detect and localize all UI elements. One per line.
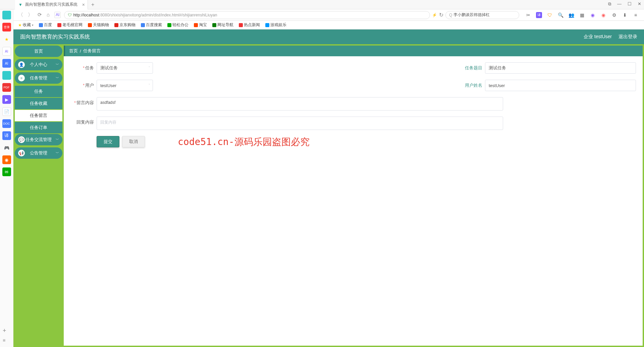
- browser-tab[interactable]: ▼ 面向智慧教育的实习实践系统 ×: [15, 0, 88, 9]
- browser-titlebar: ▼ 面向智慧教育的实习实践系统 × + ⧉ — ☐ ✕: [0, 0, 644, 9]
- address-bar[interactable]: 🛡 http://localhost:8080/shixishijianxito…: [64, 11, 430, 19]
- rail-icon[interactable]: 🎮: [2, 143, 11, 152]
- bookmark-item[interactable]: 游戏娱乐: [265, 22, 286, 28]
- task-select[interactable]: 测试任务ˇ: [97, 62, 153, 74]
- reply-label: 回复内容: [70, 117, 94, 125]
- form: *任务 测试任务ˇ 任务题目 测试任务 *用户 testUserˇ 用户姓名: [64, 56, 643, 153]
- shield-icon[interactable]: 🛡: [547, 12, 553, 18]
- chevron-down-icon: ﹀: [56, 62, 59, 67]
- app-header: 面向智慧教育的实习实践系统 企业 testUser 退出登录: [13, 29, 644, 44]
- msg-textarea[interactable]: asdfadsf: [97, 97, 503, 111]
- bookmark-item[interactable]: 淘宝: [194, 22, 207, 28]
- sidebar-item-task-msg[interactable]: 任务留言: [15, 110, 62, 121]
- zoom-icon[interactable]: 🔍: [557, 12, 564, 18]
- sidebar-item-task-fav[interactable]: 任务收藏: [15, 98, 62, 109]
- sidebar-item-task-order[interactable]: 任务订单: [15, 122, 62, 133]
- sidebar-item-task[interactable]: 任务: [15, 86, 62, 97]
- chat-icon: 💬: [18, 136, 25, 143]
- bookmark-fav[interactable]: ★收藏▾: [18, 22, 34, 28]
- rail-icon[interactable]: AI: [2, 59, 11, 68]
- bookmark-item[interactable]: 热点新闻: [239, 22, 260, 28]
- rail-icon[interactable]: [2, 71, 11, 80]
- rail-icon[interactable]: DOC: [2, 119, 11, 128]
- sidebar-item-home[interactable]: 首页: [15, 46, 62, 57]
- bottom-rail: + ≡: [3, 327, 6, 343]
- rail-icon[interactable]: ★: [2, 35, 11, 44]
- download-icon[interactable]: ⬇: [622, 12, 628, 18]
- circle2-icon[interactable]: ◉: [600, 12, 606, 18]
- add-icon[interactable]: +: [3, 327, 6, 334]
- back-button[interactable]: 〈: [18, 12, 23, 18]
- msg-label: *留言内容: [70, 97, 94, 106]
- window-controls: ⧉ — ☐ ✕: [608, 1, 641, 7]
- user-name-input[interactable]: testUser: [485, 80, 636, 91]
- lock-icon: 🛡: [68, 13, 72, 17]
- bookmark-item[interactable]: 天猫购物: [88, 22, 109, 28]
- grid-icon[interactable]: ▦: [579, 12, 585, 18]
- rail-icon[interactable]: ✉: [2, 167, 11, 176]
- bookmark-item[interactable]: 京东购物: [114, 22, 136, 28]
- bookmark-item[interactable]: 老毛桃官网: [57, 22, 83, 28]
- rail-icon[interactable]: ◉: [2, 155, 11, 164]
- user-select[interactable]: testUserˇ: [97, 80, 153, 91]
- forward-button[interactable]: 〉: [28, 12, 33, 18]
- submit-button[interactable]: 提交: [97, 136, 119, 147]
- circle1-icon[interactable]: ◉: [590, 12, 596, 18]
- user-label: *用户: [70, 82, 94, 88]
- bookmarks-bar: ★收藏▾ 百度 老毛桃官网 天猫购物 京东购物 百度搜索 轻松办公 淘宝 网址导…: [0, 21, 644, 29]
- bookmark-item[interactable]: 网址导航: [212, 22, 233, 28]
- sidebar-item-personal[interactable]: 👤个人中心﹀: [15, 59, 62, 70]
- rail-icon[interactable]: 📄: [2, 107, 11, 116]
- sidebar-item-task-mgmt[interactable]: ≡任务管理﹀: [15, 72, 62, 84]
- refresh-icon[interactable]: ↻: [439, 12, 443, 18]
- menu-icon[interactable]: ≡: [633, 12, 639, 18]
- breadcrumb-sep: /: [80, 49, 81, 54]
- bookmark-item[interactable]: 百度: [39, 22, 52, 28]
- user-icon: 👤: [18, 61, 25, 68]
- user-icon[interactable]: 👥: [568, 12, 574, 18]
- user-info[interactable]: 企业 testUser: [584, 34, 612, 40]
- url-host: http://localhost: [73, 13, 99, 17]
- search-box[interactable]: Q 李小鹏谈苏炜德掉杠: [445, 11, 519, 19]
- rail-icon[interactable]: AI: [2, 47, 11, 56]
- rail-icon[interactable]: ▶: [2, 95, 11, 104]
- logout-link[interactable]: 退出登录: [619, 34, 637, 40]
- ai-button[interactable]: AI: [54, 12, 61, 18]
- scissors-icon[interactable]: ✂: [525, 12, 531, 18]
- breadcrumb-home[interactable]: 首页: [69, 48, 78, 54]
- cancel-button[interactable]: 取消: [122, 136, 145, 147]
- reply-textarea[interactable]: 回复内容: [97, 117, 503, 130]
- rail-icon[interactable]: 译: [2, 131, 11, 140]
- app-title: 面向智慧教育的实习实践系统: [20, 33, 90, 41]
- reload-button[interactable]: ⟳: [38, 12, 42, 18]
- home-button[interactable]: ⌂: [47, 12, 50, 18]
- window-pin-icon[interactable]: ⧉: [608, 1, 611, 7]
- chevron-down-icon: ˇ: [149, 83, 150, 87]
- bookmark-item[interactable]: 百度搜索: [141, 22, 162, 28]
- task-label: *任务: [70, 65, 94, 71]
- tab-favicon: ▼: [18, 2, 23, 7]
- bookmark-item[interactable]: 轻松办公: [167, 22, 189, 28]
- translate-icon[interactable]: 译: [536, 12, 542, 18]
- close-tab-icon[interactable]: ×: [82, 2, 85, 7]
- url-path: :8080/shixishijianxitong/admin/dist/inde…: [99, 13, 217, 17]
- sidebar-item-comm-mgmt[interactable]: 💬任务交流管理﹀: [15, 134, 62, 145]
- window-maximize-icon[interactable]: ☐: [628, 1, 632, 7]
- chevron-down-icon: ﹀: [56, 151, 59, 155]
- window-close-icon[interactable]: ✕: [638, 1, 641, 7]
- bell-icon: 📢: [18, 150, 25, 156]
- content-area: 首页 / 任务留言 *任务 测试任务ˇ 任务题目 测试任务: [64, 46, 643, 346]
- qr-icon[interactable]: ⚡: [432, 13, 437, 17]
- window-minimize-icon[interactable]: —: [617, 1, 622, 7]
- rail-icon[interactable]: PDF: [2, 83, 11, 92]
- task-title-input[interactable]: 测试任务: [485, 62, 636, 74]
- new-tab-button[interactable]: +: [88, 2, 98, 8]
- settings-icon[interactable]: ⚙: [611, 12, 617, 18]
- browser-toolbar: 〈 〉 ⟳ ⌂ AI 🛡 http://localhost:8080/shixi…: [0, 9, 644, 21]
- list-icon[interactable]: ≡: [3, 338, 6, 343]
- rail-icon[interactable]: 登录: [2, 23, 11, 31]
- task-title-label: 任务题目: [455, 65, 482, 71]
- sidebar-item-notice-mgmt[interactable]: 📢公告管理﹀: [15, 147, 62, 159]
- breadcrumb: 首页 / 任务留言: [64, 46, 643, 56]
- rail-icon[interactable]: [2, 11, 11, 19]
